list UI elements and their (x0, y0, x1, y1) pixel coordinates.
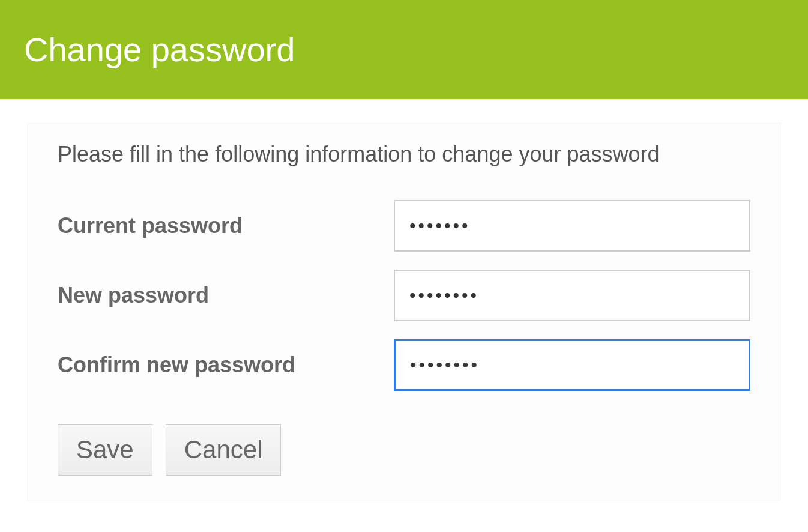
confirm-password-label: Confirm new password (58, 352, 394, 378)
form-instruction: Please fill in the following information… (58, 139, 750, 170)
current-password-label: Current password (58, 213, 394, 238)
cancel-button[interactable]: Cancel (166, 424, 282, 476)
new-password-label: New password (58, 283, 394, 308)
current-password-row: Current password (58, 200, 750, 252)
current-password-input[interactable] (394, 200, 750, 252)
new-password-input[interactable] (394, 270, 750, 321)
page-header: Change password (0, 0, 808, 99)
new-password-row: New password (58, 270, 750, 321)
confirm-password-input[interactable] (394, 339, 750, 391)
save-button[interactable]: Save (58, 424, 152, 476)
page-title: Change password (24, 30, 784, 69)
change-password-form: Please fill in the following information… (27, 123, 781, 500)
content-wrapper: Please fill in the following information… (0, 99, 808, 524)
confirm-password-row: Confirm new password (58, 339, 750, 391)
button-row: Save Cancel (58, 424, 750, 476)
